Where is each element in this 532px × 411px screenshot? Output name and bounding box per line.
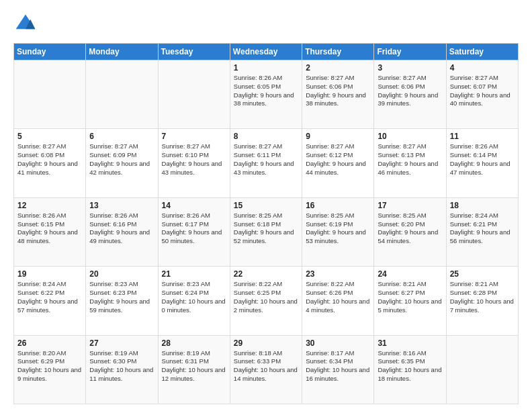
- day-info: Sunrise: 8:27 AM Sunset: 6:06 PM Dayligh…: [306, 74, 370, 108]
- day-info: Sunrise: 8:23 AM Sunset: 6:23 PM Dayligh…: [89, 280, 154, 314]
- day-info: Sunrise: 8:23 AM Sunset: 6:24 PM Dayligh…: [162, 280, 226, 314]
- day-info: Sunrise: 8:26 AM Sunset: 6:14 PM Dayligh…: [450, 142, 515, 177]
- calendar-cell: [14, 60, 86, 129]
- calendar-cell: 23Sunrise: 8:22 AM Sunset: 6:26 PM Dayli…: [302, 267, 374, 335]
- calendar-cell: [446, 335, 518, 404]
- header-day-tuesday: Tuesday: [158, 44, 230, 60]
- calendar-cell: [86, 60, 158, 129]
- header-day-monday: Monday: [86, 44, 158, 60]
- day-number: 17: [378, 201, 442, 210]
- week-row-4: 26Sunrise: 8:20 AM Sunset: 6:29 PM Dayli…: [14, 335, 519, 404]
- day-number: 4: [450, 63, 515, 73]
- calendar-cell: 29Sunrise: 8:18 AM Sunset: 6:33 PM Dayli…: [230, 335, 302, 404]
- day-info: Sunrise: 8:24 AM Sunset: 6:21 PM Dayligh…: [450, 212, 515, 246]
- day-info: Sunrise: 8:19 AM Sunset: 6:30 PM Dayligh…: [89, 349, 154, 383]
- day-number: 9: [306, 132, 370, 141]
- calendar-cell: 10Sunrise: 8:27 AM Sunset: 6:13 PM Dayli…: [374, 129, 446, 197]
- day-info: Sunrise: 8:22 AM Sunset: 6:25 PM Dayligh…: [234, 280, 298, 314]
- day-info: Sunrise: 8:19 AM Sunset: 6:31 PM Dayligh…: [162, 349, 226, 383]
- calendar-cell: 3Sunrise: 8:27 AM Sunset: 6:06 PM Daylig…: [374, 60, 446, 129]
- day-info: Sunrise: 8:27 AM Sunset: 6:11 PM Dayligh…: [234, 142, 298, 177]
- header-day-thursday: Thursday: [302, 44, 374, 60]
- day-info: Sunrise: 8:27 AM Sunset: 6:12 PM Dayligh…: [306, 142, 370, 177]
- day-number: 24: [378, 269, 442, 279]
- day-number: 29: [234, 338, 298, 348]
- calendar-cell: 16Sunrise: 8:25 AM Sunset: 6:19 PM Dayli…: [302, 197, 374, 266]
- day-number: 25: [450, 269, 515, 279]
- calendar-cell: 17Sunrise: 8:25 AM Sunset: 6:20 PM Dayli…: [374, 197, 446, 266]
- logo-icon: [13, 12, 38, 36]
- day-number: 6: [89, 132, 154, 141]
- day-info: Sunrise: 8:27 AM Sunset: 6:09 PM Dayligh…: [89, 142, 154, 177]
- day-number: 5: [17, 132, 82, 141]
- day-info: Sunrise: 8:18 AM Sunset: 6:33 PM Dayligh…: [234, 349, 298, 383]
- day-info: Sunrise: 8:17 AM Sunset: 6:34 PM Dayligh…: [306, 349, 370, 383]
- calendar-cell: 4Sunrise: 8:27 AM Sunset: 6:07 PM Daylig…: [446, 60, 518, 129]
- day-number: 8: [234, 132, 298, 141]
- calendar-cell: 5Sunrise: 8:27 AM Sunset: 6:08 PM Daylig…: [14, 129, 86, 197]
- calendar-cell: 12Sunrise: 8:26 AM Sunset: 6:15 PM Dayli…: [14, 197, 86, 266]
- day-number: 12: [17, 201, 82, 210]
- calendar-cell: 7Sunrise: 8:27 AM Sunset: 6:10 PM Daylig…: [158, 129, 230, 197]
- calendar-cell: 22Sunrise: 8:22 AM Sunset: 6:25 PM Dayli…: [230, 267, 302, 335]
- calendar-cell: 11Sunrise: 8:26 AM Sunset: 6:14 PM Dayli…: [446, 129, 518, 197]
- calendar-cell: 25Sunrise: 8:21 AM Sunset: 6:28 PM Dayli…: [446, 267, 518, 335]
- calendar-table: SundayMondayTuesdayWednesdayThursdayFrid…: [13, 43, 519, 404]
- logo: [13, 12, 40, 36]
- calendar-cell: 14Sunrise: 8:26 AM Sunset: 6:17 PM Dayli…: [158, 197, 230, 266]
- day-info: Sunrise: 8:25 AM Sunset: 6:20 PM Dayligh…: [378, 212, 442, 246]
- day-number: 11: [450, 132, 515, 141]
- day-number: 27: [89, 338, 154, 348]
- day-number: 23: [306, 269, 370, 279]
- day-info: Sunrise: 8:26 AM Sunset: 6:05 PM Dayligh…: [234, 74, 298, 108]
- day-number: 18: [450, 201, 515, 210]
- calendar-cell: 26Sunrise: 8:20 AM Sunset: 6:29 PM Dayli…: [14, 335, 86, 404]
- week-row-1: 5Sunrise: 8:27 AM Sunset: 6:08 PM Daylig…: [14, 129, 519, 197]
- calendar-cell: 24Sunrise: 8:21 AM Sunset: 6:27 PM Dayli…: [374, 267, 446, 335]
- calendar-header-row: SundayMondayTuesdayWednesdayThursdayFrid…: [14, 44, 519, 60]
- calendar-cell: 27Sunrise: 8:19 AM Sunset: 6:30 PM Dayli…: [86, 335, 158, 404]
- day-number: 10: [378, 132, 442, 141]
- header: [13, 12, 519, 36]
- day-number: 14: [162, 201, 226, 210]
- day-number: 30: [306, 338, 370, 348]
- header-day-friday: Friday: [374, 44, 446, 60]
- calendar-cell: 21Sunrise: 8:23 AM Sunset: 6:24 PM Dayli…: [158, 267, 230, 335]
- day-info: Sunrise: 8:25 AM Sunset: 6:18 PM Dayligh…: [234, 212, 298, 246]
- day-info: Sunrise: 8:27 AM Sunset: 6:13 PM Dayligh…: [378, 142, 442, 177]
- day-number: 3: [378, 63, 442, 73]
- calendar-cell: 15Sunrise: 8:25 AM Sunset: 6:18 PM Dayli…: [230, 197, 302, 266]
- day-number: 1: [234, 63, 298, 73]
- day-info: Sunrise: 8:22 AM Sunset: 6:26 PM Dayligh…: [306, 280, 370, 314]
- day-info: Sunrise: 8:25 AM Sunset: 6:19 PM Dayligh…: [306, 212, 370, 246]
- calendar-cell: 30Sunrise: 8:17 AM Sunset: 6:34 PM Dayli…: [302, 335, 374, 404]
- day-info: Sunrise: 8:21 AM Sunset: 6:28 PM Dayligh…: [450, 280, 515, 314]
- week-row-2: 12Sunrise: 8:26 AM Sunset: 6:15 PM Dayli…: [14, 197, 519, 266]
- calendar-cell: 20Sunrise: 8:23 AM Sunset: 6:23 PM Dayli…: [86, 267, 158, 335]
- calendar-cell: 19Sunrise: 8:24 AM Sunset: 6:22 PM Dayli…: [14, 267, 86, 335]
- day-number: 28: [162, 338, 226, 348]
- day-number: 16: [306, 201, 370, 210]
- header-day-sunday: Sunday: [14, 44, 86, 60]
- day-number: 20: [89, 269, 154, 279]
- header-day-saturday: Saturday: [446, 44, 518, 60]
- header-day-wednesday: Wednesday: [230, 44, 302, 60]
- day-number: 26: [17, 338, 82, 348]
- day-info: Sunrise: 8:27 AM Sunset: 6:08 PM Dayligh…: [17, 142, 82, 177]
- day-number: 7: [162, 132, 226, 141]
- week-row-3: 19Sunrise: 8:24 AM Sunset: 6:22 PM Dayli…: [14, 267, 519, 335]
- day-number: 19: [17, 269, 82, 279]
- day-info: Sunrise: 8:26 AM Sunset: 6:17 PM Dayligh…: [162, 212, 226, 246]
- page: SundayMondayTuesdayWednesdayThursdayFrid…: [0, 0, 532, 411]
- calendar-cell: 13Sunrise: 8:26 AM Sunset: 6:16 PM Dayli…: [86, 197, 158, 266]
- day-info: Sunrise: 8:27 AM Sunset: 6:07 PM Dayligh…: [450, 74, 515, 108]
- calendar-cell: 8Sunrise: 8:27 AM Sunset: 6:11 PM Daylig…: [230, 129, 302, 197]
- calendar-cell: 9Sunrise: 8:27 AM Sunset: 6:12 PM Daylig…: [302, 129, 374, 197]
- day-info: Sunrise: 8:20 AM Sunset: 6:29 PM Dayligh…: [17, 349, 82, 383]
- day-info: Sunrise: 8:27 AM Sunset: 6:06 PM Dayligh…: [378, 74, 442, 108]
- day-info: Sunrise: 8:16 AM Sunset: 6:35 PM Dayligh…: [378, 349, 442, 383]
- calendar-cell: 2Sunrise: 8:27 AM Sunset: 6:06 PM Daylig…: [302, 60, 374, 129]
- calendar-cell: 1Sunrise: 8:26 AM Sunset: 6:05 PM Daylig…: [230, 60, 302, 129]
- day-number: 2: [306, 63, 370, 73]
- day-info: Sunrise: 8:26 AM Sunset: 6:15 PM Dayligh…: [17, 212, 82, 246]
